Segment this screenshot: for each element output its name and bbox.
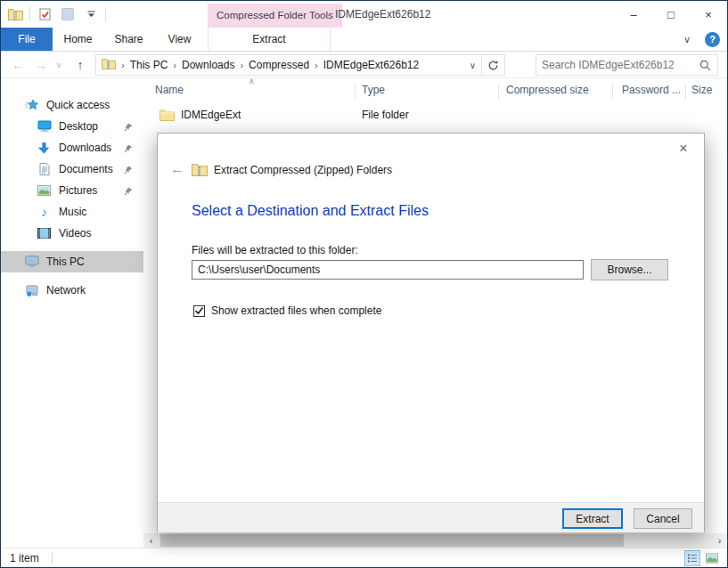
path-label: Files will be extracted to this folder:: [192, 244, 358, 256]
horizontal-scrollbar[interactable]: ‹ ›: [143, 533, 727, 548]
extract-button[interactable]: Extract: [562, 508, 623, 529]
column-header-name[interactable]: Name: [155, 84, 184, 96]
forward-button[interactable]: →: [31, 52, 51, 78]
videos-icon: [37, 228, 52, 239]
close-button[interactable]: ×: [690, 1, 727, 28]
music-note-icon: ♪: [37, 205, 52, 219]
pin-icon: [124, 186, 133, 199]
breadcrumb-this-pc[interactable]: This PC: [130, 59, 168, 71]
collapse-ribbon-icon[interactable]: ∨: [683, 34, 691, 45]
column-header-compressed-size[interactable]: Compressed size: [506, 84, 589, 96]
tab-share[interactable]: Share: [103, 28, 154, 51]
sidebar-item-label: Pictures: [59, 184, 97, 197]
tab-view[interactable]: View: [154, 28, 205, 51]
recent-locations-icon[interactable]: ∨: [53, 52, 65, 78]
refresh-icon[interactable]: [481, 55, 504, 75]
properties-check-icon[interactable]: [36, 4, 53, 24]
zip-folder-icon: [102, 58, 116, 72]
tab-file[interactable]: File: [1, 28, 53, 51]
sidebar-item-label: Desktop: [59, 120, 98, 133]
address-bar[interactable]: › This PC › Downloads › Compressed › IDM…: [95, 54, 505, 76]
checkbox-label[interactable]: Show extracted files when complete: [211, 304, 381, 317]
contextual-tab-header[interactable]: Compressed Folder Tools: [208, 4, 342, 28]
breadcrumb-separator: ›: [238, 60, 245, 70]
sidebar-item-label: This PC: [46, 256, 85, 268]
qat-separator: [29, 7, 30, 21]
sidebar-item-this-pc[interactable]: This PC: [1, 251, 143, 272]
scroll-right-icon[interactable]: ›: [712, 533, 727, 548]
sidebar-item-pictures[interactable]: Pictures: [1, 180, 143, 201]
dialog-heading: Select a Destination and Extract Files: [192, 203, 429, 219]
tab-home[interactable]: Home: [53, 28, 103, 51]
network-icon: [24, 285, 39, 296]
breadcrumb-compressed[interactable]: Compressed: [249, 59, 309, 71]
status-bar: 1 item: [1, 548, 727, 567]
breadcrumb-current-folder[interactable]: IDMEdgeExt626b12: [323, 59, 419, 71]
column-separator[interactable]: [685, 84, 686, 99]
breadcrumb-separator: ›: [119, 60, 127, 70]
maximize-button[interactable]: □: [652, 1, 690, 28]
sidebar-item-network[interactable]: Network: [1, 280, 143, 301]
file-row[interactable]: IDMEdgeExt File folder: [143, 105, 727, 126]
destination-path-input[interactable]: [192, 260, 584, 280]
ribbon-tab-row: File Home Share View Extract ∨ ?: [1, 28, 727, 52]
scrollbar-track[interactable]: [159, 533, 712, 548]
extract-dialog: × ← Extract Compressed (Zipped) Folders …: [157, 133, 705, 532]
status-separator: [52, 552, 53, 564]
column-header-type[interactable]: Type: [362, 84, 385, 96]
sidebar-item-videos[interactable]: Videos: [1, 223, 143, 244]
file-type: File folder: [362, 109, 409, 121]
scrollbar-thumb[interactable]: [160, 534, 624, 547]
sidebar-item-desktop[interactable]: Desktop: [1, 116, 143, 137]
file-name: IDMEdgeExt: [181, 109, 241, 121]
address-dropdown-icon[interactable]: ∨: [464, 61, 481, 70]
sidebar-item-label: Network: [46, 284, 86, 296]
sidebar-item-quick-access[interactable]: Quick access: [1, 94, 143, 116]
scroll-left-icon[interactable]: ‹: [143, 533, 159, 548]
breadcrumb-separator: ›: [171, 60, 178, 70]
tab-extract[interactable]: Extract: [208, 28, 331, 51]
this-pc-icon: [24, 256, 39, 268]
quick-access-toolbar: [6, 1, 106, 28]
sidebar-item-music[interactable]: ♪ Music: [1, 201, 143, 223]
browse-button[interactable]: Browse...: [591, 259, 668, 280]
sidebar-item-label: Quick access: [46, 99, 110, 111]
sidebar-item-label: Downloads: [59, 142, 111, 154]
sidebar-item-label: Videos: [59, 227, 91, 239]
sidebar-item-documents[interactable]: Documents: [1, 158, 143, 180]
search-box: [536, 54, 718, 76]
pictures-icon: [37, 185, 52, 196]
navigation-toolbar: ← → ∨ ↑ › This PC › Downloads › Compress…: [1, 52, 727, 78]
help-icon[interactable]: ?: [705, 32, 720, 47]
document-icon: [37, 163, 52, 175]
minimize-button[interactable]: –: [615, 1, 652, 28]
up-button[interactable]: ↑: [70, 52, 90, 78]
column-separator[interactable]: [498, 84, 499, 99]
item-count: 1 item: [10, 552, 39, 564]
dialog-back-icon: ←: [170, 161, 184, 177]
qat-customize-icon[interactable]: [82, 4, 100, 24]
large-icons-view-toggle[interactable]: [704, 550, 720, 566]
column-header-password[interactable]: Password ...: [622, 84, 681, 96]
sidebar-item-label: Documents: [59, 163, 113, 175]
dialog-title: Extract Compressed (Zipped) Folders: [214, 164, 392, 176]
sidebar-item-label: Music: [59, 206, 86, 218]
quick-access-star-icon: [24, 99, 39, 111]
cancel-button[interactable]: Cancel: [634, 508, 692, 529]
details-view-toggle[interactable]: [684, 550, 700, 566]
breadcrumb-separator: ›: [313, 60, 320, 70]
sort-ascending-icon: ∧: [249, 77, 255, 85]
breadcrumb-downloads[interactable]: Downloads: [182, 59, 234, 71]
new-folder-icon[interactable]: [59, 4, 77, 24]
search-input[interactable]: [536, 59, 698, 71]
search-icon[interactable]: [698, 60, 717, 71]
column-separator[interactable]: [355, 84, 356, 99]
pin-icon: [124, 122, 133, 134]
explorer-window: Compressed Folder Tools IDMEdgeExt626b12…: [0, 0, 728, 568]
show-files-checkbox[interactable]: [193, 305, 205, 317]
sidebar-item-downloads[interactable]: Downloads: [1, 137, 143, 158]
back-button[interactable]: ←: [8, 52, 28, 78]
column-header-size[interactable]: Size: [691, 84, 712, 96]
dialog-close-icon[interactable]: ×: [674, 139, 693, 158]
column-separator[interactable]: [612, 84, 613, 99]
